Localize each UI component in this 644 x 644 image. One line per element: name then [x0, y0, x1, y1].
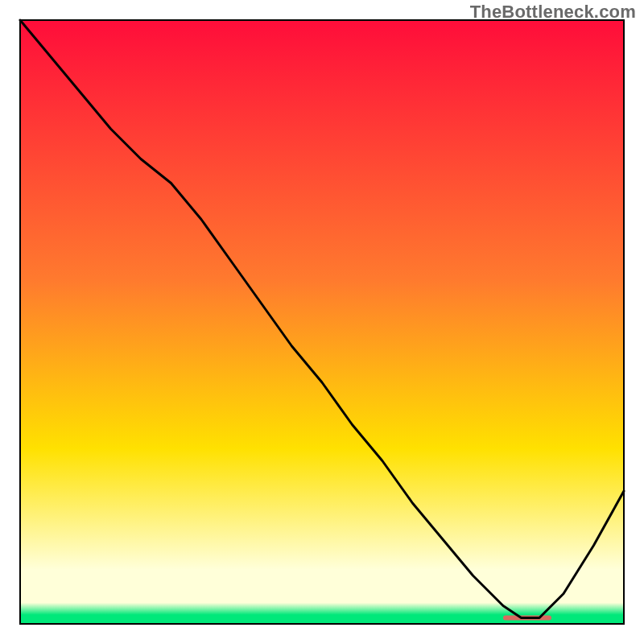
- bottleneck-chart: [0, 0, 644, 644]
- plot-background: [20, 20, 624, 624]
- chart-container: { "watermark": "TheBottleneck.com", "col…: [0, 0, 644, 644]
